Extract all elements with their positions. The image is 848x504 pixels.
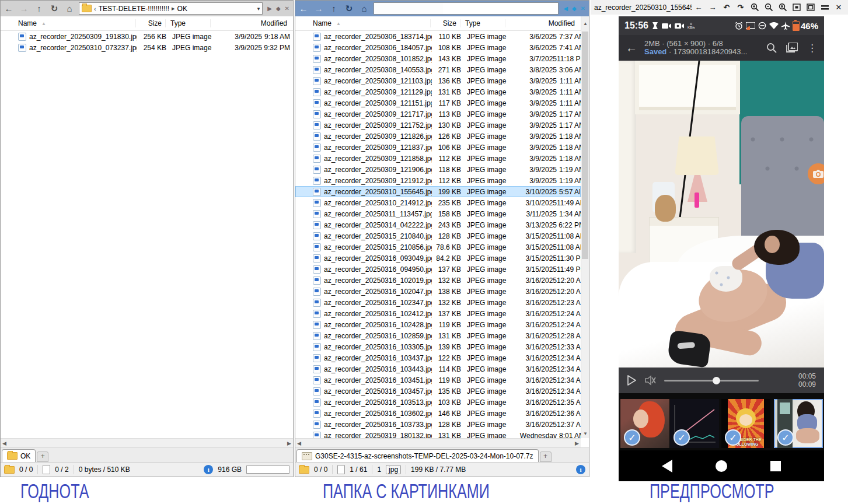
- back-icon[interactable]: ←: [298, 4, 309, 13]
- breadcrumb-root[interactable]: TEST-DELETE-!!!!!!!!!!!: [99, 5, 169, 13]
- check-badge-icon[interactable]: ✓: [777, 429, 794, 446]
- breadcrumb-dropdown-icon[interactable]: ▾: [257, 6, 260, 12]
- check-badge-icon[interactable]: ✓: [624, 429, 640, 446]
- close-icon[interactable]: ✕: [833, 2, 844, 13]
- up-icon[interactable]: ↑: [33, 4, 45, 13]
- file-row[interactable]: az_recorder_20250308_140553.jpg271 KBJPE…: [295, 64, 581, 75]
- file-row[interactable]: az_recorder_20250316_103513.jpg103 KBJPE…: [295, 397, 581, 408]
- diamond-icon[interactable]: ◆: [572, 5, 577, 12]
- close-icon[interactable]: ✕: [285, 5, 289, 12]
- file-row[interactable]: az_recorder_20250306_183714.jpg110 KBJPE…: [295, 31, 581, 42]
- column-header-type[interactable]: Type: [166, 19, 211, 27]
- file-row[interactable]: az_recorder_20250309_121151.jpg117 KBJPE…: [295, 97, 581, 108]
- android-home-icon[interactable]: [716, 460, 727, 472]
- refresh-icon[interactable]: ↻: [343, 4, 355, 14]
- file-row[interactable]: az_recorder_20250309_121717.jpg113 KBJPE…: [295, 108, 581, 120]
- seek-thumb[interactable]: [713, 377, 720, 384]
- file-row[interactable]: az_recorder_20250316_094950.jpg137 KBJPE…: [295, 264, 581, 275]
- file-row[interactable]: az_recorder_20250310_073237.jpg254 KBJPE…: [1, 42, 293, 53]
- back-arrow-icon[interactable]: ←: [626, 41, 637, 55]
- file-row[interactable]: az_recorder_20250309_121837.jpg106 KBJPE…: [295, 142, 581, 153]
- thumbnail-bedroom-selected[interactable]: ✓: [774, 399, 823, 448]
- breadcrumb-current[interactable]: OK: [177, 5, 187, 13]
- scroll-right-icon[interactable]: ▶: [575, 440, 579, 446]
- rotate-right-icon[interactable]: ↷: [735, 2, 746, 13]
- info-icon[interactable]: i: [576, 465, 585, 474]
- forward-arrow-icon[interactable]: →: [707, 2, 718, 13]
- file-row[interactable]: az_recorder_20250316_102859.jpg131 KBJPE…: [295, 330, 581, 341]
- file-row[interactable]: az_recorder_20250316_103602.jpg146 KBJPE…: [295, 408, 581, 419]
- screenshot-camera-badge[interactable]: [808, 163, 824, 184]
- file-row[interactable]: az_recorder_20250316_102047.jpg138 KBJPE…: [295, 286, 581, 297]
- file-row[interactable]: az_recorder_20250316_102019.jpg132 KBJPE…: [295, 275, 581, 286]
- file-row[interactable]: az_recorder_20250316_102412.jpg137 KBJPE…: [295, 308, 581, 319]
- zoom-in-icon[interactable]: [749, 2, 760, 13]
- new-tab-button[interactable]: +: [540, 452, 552, 462]
- file-row[interactable]: az_recorder_20250316_103457.jpg135 KBJPE…: [295, 386, 581, 397]
- tab-ok[interactable]: OK: [2, 449, 36, 462]
- info-icon[interactable]: i: [204, 465, 213, 474]
- seek-bar[interactable]: [664, 380, 759, 382]
- scroll-right-icon[interactable]: ▶: [287, 440, 291, 446]
- scrollbar-thumb[interactable]: [582, 32, 588, 259]
- chevron-left-icon[interactable]: ‹: [94, 5, 96, 12]
- fit-window-icon[interactable]: [805, 2, 816, 13]
- menu-bars-icon[interactable]: [819, 2, 830, 13]
- column-header-modified[interactable]: Modified: [505, 19, 581, 27]
- file-row[interactable]: az_recorder_20250316_103305.jpg139 KBJPE…: [295, 341, 581, 352]
- back-arrow-icon[interactable]: ←: [693, 2, 704, 13]
- file-row[interactable]: az_recorder_20250309_121129.jpg131 KBJPE…: [295, 86, 581, 97]
- android-recents-icon[interactable]: [770, 461, 781, 471]
- file-row[interactable]: az_recorder_20250310_214912.jpg235 KBJPE…: [295, 197, 581, 208]
- file-row[interactable]: az_recorder_20250319_180132.jpg131 KBJPE…: [295, 430, 581, 438]
- home-icon[interactable]: ⌂: [358, 4, 370, 13]
- diamond-icon[interactable]: ◆: [276, 5, 281, 12]
- gallery-icon[interactable]: [786, 43, 798, 53]
- middle-horizontal-scrollbar[interactable]: ◀ ▶: [295, 438, 581, 447]
- thumbnail-chart[interactable]: ✓: [670, 399, 719, 448]
- thumbnail-redhead[interactable]: ✓: [620, 399, 669, 448]
- file-row[interactable]: az_recorder_20250310_155645.jpg199 KBJPE…: [295, 186, 581, 197]
- check-badge-icon[interactable]: ✓: [673, 429, 690, 446]
- home-icon[interactable]: ⌂: [64, 4, 75, 13]
- muted-speaker-icon[interactable]: [644, 375, 656, 386]
- middle-vertical-scrollbar[interactable]: ▲ ▼: [581, 16, 589, 438]
- zoom-reset-icon[interactable]: [777, 2, 788, 13]
- file-row[interactable]: az_recorder_20250315_210856.jpg78.6 KBJP…: [295, 242, 581, 253]
- file-row[interactable]: az_recorder_20250316_103443.jpg114 KBJPE…: [295, 363, 581, 374]
- file-row[interactable]: az_recorder_20250309_121912.jpg112 KBJPE…: [295, 175, 581, 186]
- check-badge-icon[interactable]: ✓: [725, 429, 741, 446]
- forward-icon[interactable]: →: [313, 4, 324, 13]
- file-row[interactable]: az_recorder_20250316_103733.jpg128 KBJPE…: [295, 419, 581, 430]
- forward-icon[interactable]: →: [18, 4, 30, 13]
- new-tab-button[interactable]: +: [37, 452, 48, 462]
- android-back-icon[interactable]: [662, 460, 672, 473]
- close-icon[interactable]: ✕: [581, 5, 585, 12]
- file-row[interactable]: az_recorder_20250309_121103.jpg136 KBJPE…: [295, 75, 581, 86]
- play-icon[interactable]: ◀: [563, 5, 568, 12]
- zoom-out-icon[interactable]: [763, 2, 774, 13]
- file-row[interactable]: az_recorder_20250309_191830.jpg256 KBJPE…: [1, 31, 293, 42]
- file-row[interactable]: az_recorder_20250309_121858.jpg112 KBJPE…: [295, 153, 581, 164]
- search-icon[interactable]: [766, 43, 777, 53]
- column-header-name[interactable]: Name▲: [1, 19, 136, 27]
- thumbnail-poster[interactable]: CONSIDER THEFOLLOWING ✓: [721, 399, 770, 448]
- column-header-name[interactable]: Name▲: [295, 19, 431, 27]
- file-row[interactable]: az_recorder_20250316_103451.jpg119 KBJPE…: [295, 374, 581, 386]
- file-row[interactable]: az_recorder_20250316_093049.jpg84.2 KBJP…: [295, 253, 581, 264]
- file-row[interactable]: az_recorder_20250315_210840.jpg128 KBJPE…: [295, 230, 581, 242]
- file-row[interactable]: az_recorder_20250316_103437.jpg122 KBJPE…: [295, 352, 581, 363]
- fit-image-icon[interactable]: [791, 2, 802, 13]
- column-header-modified[interactable]: Modified: [211, 19, 293, 27]
- file-row[interactable]: az_recorder_20250316_102347.jpg132 KBJPE…: [295, 297, 581, 308]
- file-row[interactable]: az_recorder_20250311_113457.jpg158 KBJPE…: [295, 208, 581, 219]
- play-icon[interactable]: ▶: [267, 5, 272, 12]
- scroll-left-icon[interactable]: ◀: [2, 440, 6, 446]
- play-icon[interactable]: [627, 375, 636, 386]
- file-row[interactable]: az_recorder_20250308_101852.jpg143 KBJPE…: [295, 53, 581, 64]
- column-header-size[interactable]: Size: [136, 19, 166, 27]
- column-header-size[interactable]: Size: [431, 19, 460, 27]
- rotate-left-icon[interactable]: ↶: [721, 2, 732, 13]
- left-horizontal-scrollbar[interactable]: ◀ ▶: [1, 438, 293, 447]
- refresh-icon[interactable]: ↻: [48, 4, 60, 14]
